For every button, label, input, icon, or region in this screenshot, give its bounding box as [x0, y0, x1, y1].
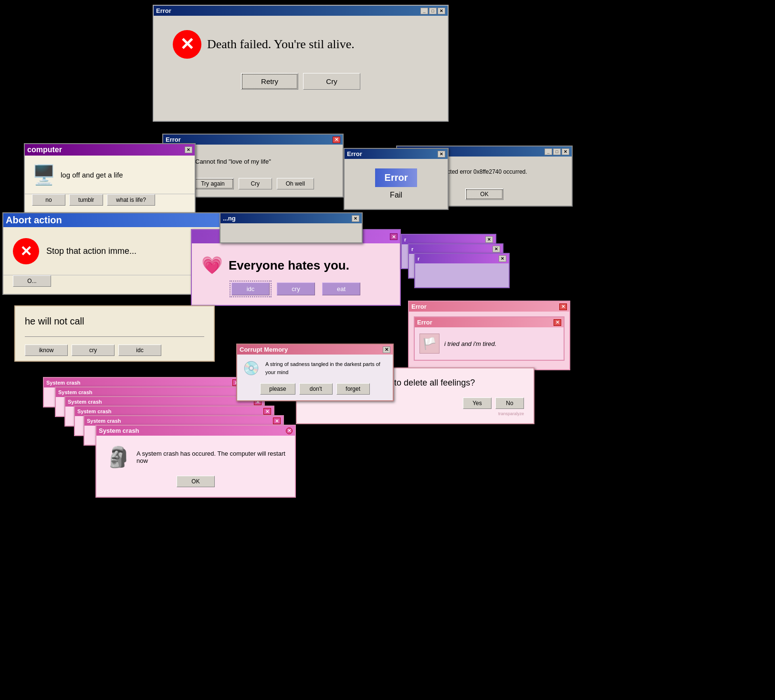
abort-title: Abort action — [6, 215, 62, 226]
watermark: transparalyze — [306, 411, 524, 416]
syscrash-buttons: OK — [106, 476, 285, 487]
iknow-button[interactable]: iknow — [25, 345, 68, 356]
no-button[interactable]: no — [32, 194, 65, 206]
computer-icon: 🖥️ — [32, 164, 56, 186]
itried-inner-title: Error — [417, 319, 432, 326]
main-error-buttons: Retry Cry — [173, 73, 429, 90]
minimize-btn[interactable]: _ — [545, 148, 552, 155]
syscrash-titlebar-4: System crash ✕ — [75, 407, 273, 416]
close-btn[interactable]: ✕ — [333, 136, 340, 143]
main-error-message: Death failed. You're stil alive. — [207, 37, 355, 52]
computer-window: computer ✕ 🖥️ log off and get a life no … — [24, 143, 196, 214]
error-purple-2-titlebar: r ✕ — [409, 244, 503, 254]
no-button2[interactable]: No — [495, 397, 524, 409]
forget-button[interactable]: forget — [336, 383, 370, 395]
syscrash-title-front: System crash — [99, 427, 139, 434]
error-icon: ✕ — [173, 30, 201, 59]
try-again-button[interactable]: Try again — [192, 178, 234, 189]
close-btn-inner[interactable]: ✕ — [554, 319, 561, 326]
tumblr-button[interactable]: tumblr — [69, 194, 103, 206]
syscrash-titlebar-front: System crash ✕ — [96, 426, 295, 436]
ok-button[interactable]: OK — [465, 188, 503, 200]
please-button[interactable]: please — [260, 383, 295, 395]
loading-window: ...ng ✕ — [220, 212, 363, 243]
error-purple-3-window: r ✕ — [414, 253, 510, 288]
main-error-controls: _ □ ✕ — [420, 8, 445, 14]
cry-button3[interactable]: cry — [277, 282, 315, 295]
minimize-btn[interactable]: _ — [420, 8, 428, 14]
close-btn[interactable]: ✕ — [273, 418, 281, 424]
abort-titlebar: Abort action _ ✕ — [3, 213, 250, 227]
everyone-content: 💗 Everyone hates you. — [201, 255, 390, 275]
itried-outer-title: Error — [411, 303, 427, 310]
everyone-message: Everyone hates you. — [229, 258, 349, 273]
syscrash-title-4: System crash — [77, 408, 112, 414]
close-btn[interactable]: ✕ — [485, 236, 493, 243]
itried-icon: 🏳️ — [419, 334, 440, 354]
close-btn[interactable]: ✕ — [499, 255, 506, 262]
close-btn[interactable]: ✕ — [390, 233, 398, 240]
error-fail-title: Error — [347, 150, 362, 157]
main-error-content: ✕ Death failed. You're stil alive. — [173, 30, 429, 59]
idc-button[interactable]: idc — [231, 282, 270, 295]
loading-title: ...ng — [223, 215, 236, 222]
hewillnotcall-message: he will not call — [25, 316, 204, 327]
close-btn[interactable]: ✕ — [383, 346, 390, 353]
close-btn[interactable]: ✕ — [352, 215, 359, 222]
close-btn[interactable]: ✕ — [492, 246, 500, 252]
yes-button[interactable]: Yes — [463, 397, 492, 409]
computer-title: computer — [27, 146, 62, 154]
cannot-find-title: Error — [166, 136, 181, 143]
main-error-titlebar: Error _ □ ✕ — [154, 6, 448, 16]
syscrash-titlebar-3: System crash ✕ — [65, 397, 264, 407]
computer-buttons: no tumblr what is life? — [32, 194, 188, 206]
everyone-buttons: idc cry eat — [201, 282, 390, 295]
syscrash-ok-button[interactable]: OK — [177, 476, 215, 487]
error-badge: Error — [375, 168, 418, 187]
cry-button2[interactable]: Cry — [239, 178, 272, 189]
oh-well-button[interactable]: Oh well — [277, 178, 314, 189]
abort-ok-button[interactable]: O... — [13, 275, 51, 287]
cry-button4[interactable]: cry — [72, 345, 115, 356]
error-purple-3-titlebar: r ✕ — [415, 254, 509, 263]
close-btn[interactable]: ✕ — [263, 408, 271, 415]
maximize-btn[interactable]: □ — [429, 8, 437, 14]
unexpected-controls: _ □ ✕ — [545, 148, 569, 155]
corrupt-memory-window: Corrupt Memory ✕ 💿 A string of sadness t… — [236, 344, 394, 401]
hewillnotcall-window: he will not call iknow cry idc — [14, 305, 215, 362]
cry-button[interactable]: Cry — [303, 73, 360, 90]
corrupt-message: A string of sadness tangled in the darke… — [265, 360, 387, 376]
close-btn[interactable]: ✕ — [562, 148, 569, 155]
abort-message: Stop that action imme... — [46, 246, 136, 256]
syscrash-window-front: System crash ✕ 🗿 A system crash has occu… — [95, 425, 296, 498]
close-btn[interactable]: ✕ — [559, 303, 567, 310]
error-fail-titlebar: Error ✕ — [345, 149, 448, 159]
itried-message: i tried and i'm tired. — [444, 340, 496, 347]
maximize-btn[interactable]: □ — [553, 148, 561, 155]
what-is-life-button[interactable]: what is life? — [107, 194, 155, 206]
corrupt-titlebar: Corrupt Memory ✕ — [237, 345, 393, 355]
retry-button[interactable]: Retry — [241, 73, 298, 90]
syscrash-content: 🗿 A system crash has occured. The comput… — [106, 445, 285, 469]
computer-message: log off and get a life — [61, 171, 123, 179]
fail-text: Fail — [390, 191, 402, 199]
main-error-title: Error — [156, 7, 171, 14]
idc-button2[interactable]: idc — [118, 345, 161, 356]
corrupt-content: 💿 A string of sadness tangled in the dar… — [243, 360, 387, 376]
corrupt-title: Corrupt Memory — [240, 346, 288, 353]
eat-button[interactable]: eat — [322, 282, 360, 295]
syscrash-titlebar-1: System crash ✕ — [44, 378, 242, 387]
cannot-find-message: Cannot find "love of my life" — [195, 158, 271, 165]
corrupt-buttons: please don't forget — [243, 383, 387, 395]
close-btn[interactable]: ✕ — [438, 8, 445, 14]
close-btn[interactable]: ✕ — [438, 151, 445, 157]
hewillnotcall-buttons: iknow cry idc — [25, 341, 204, 356]
close-btn[interactable]: ✕ — [185, 146, 192, 153]
syscrash-titlebar-5: System crash ✕ — [84, 416, 283, 426]
itried-window: Error ✕ Error ✕ 🏳️ i tried and i'm tired… — [408, 301, 570, 370]
itried-inner-titlebar: Error ✕ — [415, 317, 564, 327]
loading-titlebar: ...ng ✕ — [220, 213, 362, 223]
close-btn[interactable]: ✕ — [286, 428, 293, 434]
main-error-window: Error _ □ ✕ ✕ Death failed. You're stil … — [153, 5, 449, 122]
dont-button[interactable]: don't — [299, 383, 333, 395]
